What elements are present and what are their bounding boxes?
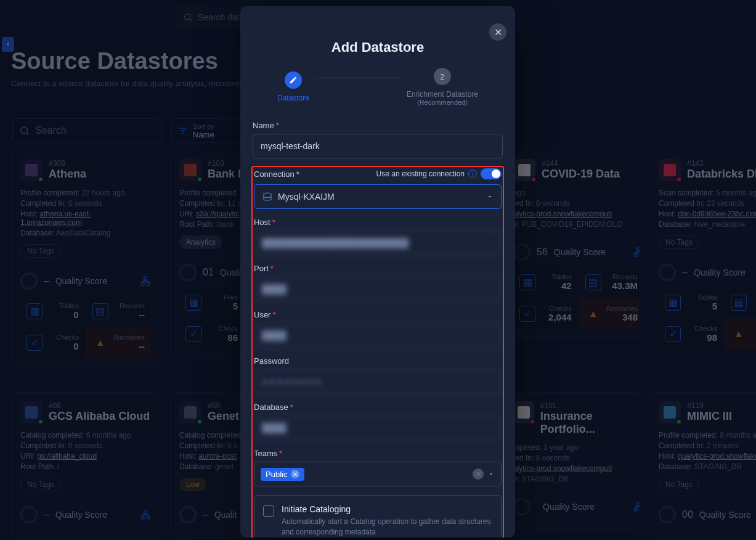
step-sublabel: (Recommended) xyxy=(417,99,468,106)
password-label: Password xyxy=(254,356,502,366)
catalog-desc: Automatically start a Catalog operation … xyxy=(282,517,492,538)
use-existing-toggle[interactable] xyxy=(481,168,502,179)
pencil-icon xyxy=(285,72,302,89)
user-label: User* xyxy=(254,310,502,319)
port-label: Port* xyxy=(254,264,502,273)
catalog-title: Initiate Cataloging xyxy=(282,504,492,514)
name-field-group: Name* xyxy=(253,121,503,158)
close-button[interactable]: ✕ xyxy=(489,23,506,41)
chip-remove-icon[interactable]: ✕ xyxy=(291,470,299,478)
password-input[interactable]: ● ● ● ● ● ● ● ● xyxy=(254,369,502,394)
use-existing-label: Use an existing connection xyxy=(376,170,465,178)
chevron-down-icon xyxy=(486,193,494,200)
database-input[interactable]: ████ xyxy=(254,415,502,440)
team-chip-public[interactable]: Public ✕ xyxy=(261,468,304,481)
host-label: Host* xyxy=(254,218,502,227)
database-label: Database* xyxy=(254,403,502,412)
connection-label: Connection* xyxy=(254,170,299,179)
step-line xyxy=(315,78,400,78)
teams-label: Teams* xyxy=(254,449,502,458)
name-label: Name* xyxy=(253,121,503,130)
teams-select[interactable]: Public ✕ ✕ xyxy=(254,462,502,486)
connection-select[interactable]: Mysql-KXAIJM xyxy=(254,184,502,209)
clear-icon[interactable]: ✕ xyxy=(473,468,484,480)
host-input[interactable]: ████████████████████████ xyxy=(254,231,502,255)
add-datastore-modal: ✕ Add Datastore Datastore 2 Enrichment D… xyxy=(240,6,515,538)
user-input[interactable]: ████ xyxy=(254,323,502,348)
step-label: Enrichment Datastore xyxy=(407,90,478,99)
stepper: Datastore 2 Enrichment Datastore (Recomm… xyxy=(240,68,515,121)
chip-label: Public xyxy=(266,470,287,479)
step-enrichment[interactable]: 2 Enrichment Datastore (Recommended) xyxy=(407,68,478,106)
chevron-down-icon xyxy=(487,470,495,478)
info-icon[interactable]: i xyxy=(468,170,477,178)
mysql-icon xyxy=(262,191,273,202)
step-number: 2 xyxy=(434,68,451,85)
name-input[interactable] xyxy=(253,134,503,158)
initiate-catalog-box[interactable]: Initiate Cataloging Automatically start … xyxy=(254,495,502,538)
modal-title: Add Datastore xyxy=(240,6,515,68)
catalog-checkbox[interactable] xyxy=(263,505,274,517)
port-input[interactable]: ████ xyxy=(254,277,502,301)
connection-value: Mysql-KXAIJM xyxy=(278,192,335,202)
step-datastore[interactable]: Datastore xyxy=(277,72,309,102)
step-label: Datastore xyxy=(277,94,309,102)
